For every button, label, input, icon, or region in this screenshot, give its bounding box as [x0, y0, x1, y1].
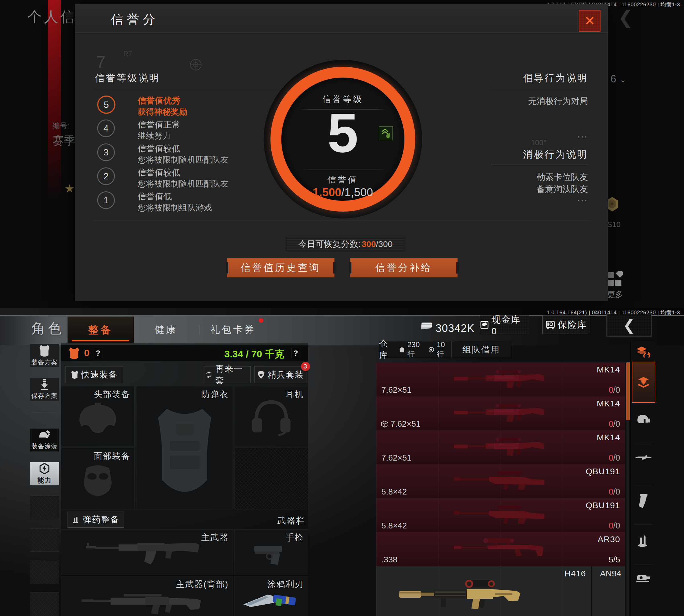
durability-count: 0/0	[609, 453, 620, 463]
compass-icon	[189, 59, 202, 71]
durability-count: 5/5	[609, 555, 620, 564]
warehouse-tab[interactable]: 仓库 230行 10行	[379, 342, 452, 358]
money-icon	[420, 321, 433, 330]
warehouse-item-ar30[interactable]: AR30 .338 5/5	[376, 532, 625, 567]
warehouse-item-qbu191[interactable]: QBU191 5.8×42 0/0	[376, 498, 625, 533]
warehouse-item-qbu191[interactable]: QBU191 5.8×42 0/0	[376, 464, 625, 499]
scrollbar-thumb[interactable]	[626, 362, 630, 420]
back-button[interactable]: ❮	[607, 314, 652, 336]
negative-section-title: 消极行为说明	[523, 148, 588, 161]
tab-health[interactable]: 健康	[148, 316, 184, 343]
rifle-image	[404, 502, 597, 527]
divider	[491, 164, 588, 165]
slot-body-armor[interactable]: 防弹衣	[136, 386, 233, 509]
season-label: 赛季	[52, 133, 75, 149]
divider	[95, 89, 277, 89]
tab-giftpacks[interactable]: 礼包卡券	[209, 316, 256, 343]
slot-empty[interactable]	[234, 448, 308, 509]
cash-vault-button[interactable]: 现金库 0	[480, 315, 529, 334]
insurance-vault-button[interactable]: 保险库	[542, 315, 590, 334]
coin-icon	[428, 347, 434, 353]
filter-rifle-icon[interactable]	[635, 454, 652, 461]
level-number-badge: 3	[97, 144, 115, 161]
rifle-image	[404, 468, 597, 493]
chevron-down-icon: ⌄	[620, 75, 626, 84]
warehouse-item-mk14[interactable]: MK14 7.62×51 0/0	[376, 430, 625, 465]
durability-count: 0/0	[609, 385, 620, 395]
slot-pistol[interactable]: 手枪	[234, 529, 308, 574]
money-amount: 30342K	[435, 322, 475, 334]
slot-knife[interactable]: 涂鸦利刃	[234, 576, 308, 616]
case-box-icon	[381, 421, 388, 427]
durability-count: 0/0	[609, 521, 620, 530]
sidebar-empty-slot	[30, 561, 59, 584]
filter-ammo-icon[interactable]	[636, 534, 650, 547]
rifle-silhouette-icon	[84, 534, 210, 571]
vest-icon	[71, 371, 78, 379]
advocate-item: 无消极行为对局	[528, 95, 588, 107]
armor-count: 0	[84, 347, 90, 358]
screen-title: 角色	[31, 320, 64, 338]
refresh-icon	[205, 371, 213, 379]
star-icon: ★	[64, 182, 75, 195]
slot-head-gear[interactable]: 头部装备	[61, 386, 135, 446]
recover-score-box: 今日可恢复分数:300/300	[286, 237, 405, 251]
negative-more: ...	[577, 193, 588, 204]
sidebar-empty-slot	[30, 528, 59, 552]
filter-magazine-icon[interactable]	[638, 493, 649, 509]
slot-headset[interactable]: 耳机	[234, 386, 308, 446]
elite-count-badge: 3	[301, 362, 310, 371]
team-borrow-tab[interactable]: 组队借用	[452, 342, 511, 358]
levels-section-title: 信誉等级说明	[95, 71, 160, 85]
weight-value: 3.34 / 70 千克	[224, 348, 284, 361]
warehouse-item-h416[interactable]: H416 AN94	[376, 566, 625, 616]
rifle-image	[404, 535, 597, 561]
credit-history-button[interactable]: 信誉值历史查询	[227, 258, 335, 278]
sidebar-item-ability[interactable]: 能力	[30, 462, 59, 485]
credit-gauge: 信誉等级 5 信誉值 1,500/1,500	[264, 60, 422, 218]
quick-equip-button[interactable]: 快速装备	[66, 366, 123, 383]
filter-all-refresh-icon[interactable]	[636, 346, 651, 358]
back-chevron-icon[interactable]: ❮	[618, 7, 633, 28]
help-badge[interactable]: ?	[292, 348, 300, 358]
ammo-loadout-button[interactable]: 弹药整备	[68, 512, 124, 528]
filter-active-stack-down-icon[interactable]	[632, 361, 655, 403]
weapon-bar-label: 武器栏	[245, 515, 305, 527]
filter-sight-icon[interactable]	[636, 573, 651, 583]
warehouse-item-an94-label: AN94	[600, 569, 621, 578]
rifle-image	[404, 400, 597, 425]
season-dropdown[interactable]: 6⌄	[611, 73, 626, 85]
another-set-button[interactable]: 再来一套	[205, 366, 251, 383]
durability-count: 0/0	[609, 487, 620, 497]
warehouse-item-mk14[interactable]: MK14 7.62×51 0/0	[376, 362, 625, 397]
warehouse-scrollbar[interactable]	[626, 362, 629, 616]
compass-mark-100: 100°	[531, 138, 546, 147]
warehouse-header: 仓库 230行 10行 组队借用	[379, 341, 511, 358]
slot-primary-weapon[interactable]: 主武器	[61, 529, 233, 574]
tab-loadout[interactable]: 整备	[68, 316, 134, 343]
helmet-spray-icon	[38, 430, 51, 441]
close-button[interactable]: ✕	[579, 10, 600, 32]
profile-screen: 1.0.164.164(21) | 04011414 | 11600226230…	[0, 0, 684, 308]
sidebar-empty-slot	[30, 592, 59, 616]
elite-set-button[interactable]: 精兵套装 3	[254, 366, 307, 383]
pistol-silhouette-icon	[253, 539, 290, 567]
more-grid-icon[interactable]	[607, 271, 623, 287]
slot-face-gear[interactable]: 面部装备	[61, 448, 135, 509]
credit-value: 1,500/1,500	[264, 186, 422, 199]
credit-level-value: 5	[264, 102, 422, 163]
sidebar-item-gear-paint[interactable]: 装备涂装	[30, 428, 59, 452]
help-badge[interactable]: ?	[94, 348, 102, 358]
rifle-silhouette-icon	[80, 586, 214, 616]
mask-silhouette-icon	[79, 461, 116, 498]
warehouse-item-mk14[interactable]: MK14 7.62×51 0/0	[376, 396, 625, 431]
level-number-badge: 2	[97, 168, 115, 185]
notification-dot	[259, 318, 263, 323]
credit-supply-button[interactable]: 信誉分补给	[350, 258, 458, 278]
sidebar-item-loadout-plan[interactable]: 装备方案	[30, 344, 59, 367]
house-icon	[399, 347, 405, 353]
filter-helmet-icon[interactable]	[636, 413, 651, 425]
sidebar-item-save-plan[interactable]: 保存方案	[30, 378, 59, 401]
slot-back-weapon[interactable]: 主武器(背部)	[61, 576, 233, 616]
level-number-badge: 4	[97, 119, 115, 137]
